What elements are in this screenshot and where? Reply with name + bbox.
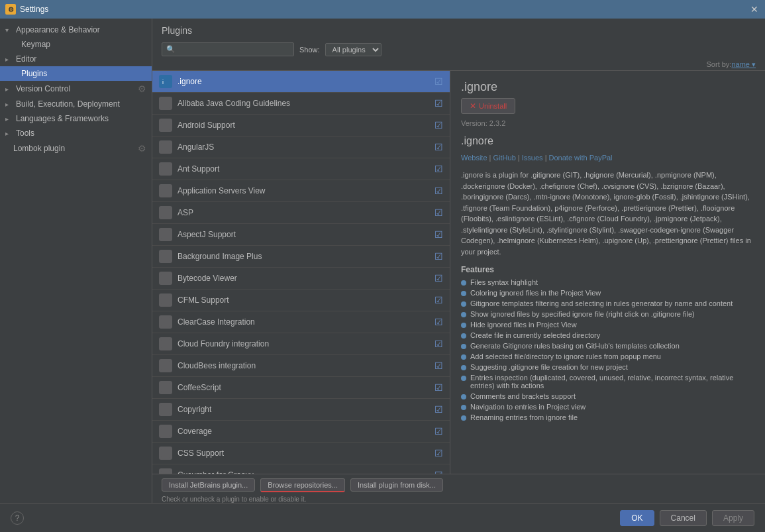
sidebar-item-build[interactable]: ▸ Build, Execution, Deployment bbox=[0, 97, 152, 111]
plugin-checkbox[interactable]: ☑ bbox=[434, 383, 443, 392]
plugin-item-ignore[interactable]: i .ignore ☑ bbox=[152, 71, 450, 93]
plugin-icon bbox=[159, 228, 172, 241]
plugin-item-copyright[interactable]: Copyright ☑ bbox=[152, 399, 450, 421]
plugin-list: i .ignore ☑ Alibaba Java Coding Guidelin… bbox=[152, 71, 450, 474]
ok-button[interactable]: OK bbox=[620, 510, 654, 526]
feature-item: Gitignore templates filtering and select… bbox=[461, 299, 754, 307]
plugin-item-alibaba[interactable]: Alibaba Java Coding Guidelines ☑ bbox=[152, 93, 450, 115]
plugin-checkbox[interactable]: ☑ bbox=[434, 230, 443, 239]
plugin-checkbox[interactable]: ☑ bbox=[434, 186, 443, 195]
feature-item: Create file in currently selected direct… bbox=[461, 331, 754, 339]
plugin-checkbox[interactable]: ☑ bbox=[434, 99, 443, 108]
svg-rect-9 bbox=[161, 252, 170, 261]
check-icon: ☑ bbox=[434, 448, 443, 458]
check-icon: ☑ bbox=[434, 120, 443, 131]
plugin-item-aspectj[interactable]: AspectJ Support ☑ bbox=[152, 224, 450, 246]
plugin-checkbox[interactable]: ☑ bbox=[434, 77, 443, 86]
footer-left: ? bbox=[11, 511, 24, 525]
browse-repos-button[interactable]: Browse repositories... bbox=[260, 478, 345, 492]
plugin-item-cucumber-groovy[interactable]: Cucumber for Groovy ☑ bbox=[152, 464, 450, 474]
features-title: Features bbox=[461, 265, 754, 274]
svg-rect-3 bbox=[161, 121, 170, 130]
sidebar-item-appearance[interactable]: ▾ Appearance & Behavior bbox=[0, 23, 152, 37]
github-link[interactable]: GitHub bbox=[493, 154, 516, 162]
plugin-icon bbox=[159, 184, 172, 197]
plugin-item-cfml[interactable]: CFML Support ☑ bbox=[152, 290, 450, 311]
donate-link[interactable]: Donate with PayPal bbox=[549, 154, 613, 162]
close-button[interactable]: ✕ bbox=[749, 4, 760, 15]
cancel-button[interactable]: Cancel bbox=[660, 510, 707, 526]
plugins-search-box[interactable]: 🔍 bbox=[162, 42, 294, 56]
svg-rect-14 bbox=[161, 361, 170, 370]
plugin-checkbox[interactable]: ☑ bbox=[434, 317, 443, 327]
svg-rect-5 bbox=[161, 164, 170, 174]
plugin-checkbox[interactable]: ☑ bbox=[434, 427, 443, 436]
check-icon: ☑ bbox=[434, 295, 443, 305]
feature-text: Comments and brackets support bbox=[470, 392, 576, 400]
sidebar-item-plugins[interactable]: Plugins bbox=[0, 66, 152, 81]
plugin-checkbox[interactable]: ☑ bbox=[434, 252, 443, 261]
plugin-icon bbox=[159, 272, 172, 285]
plugin-item-cloudbees[interactable]: CloudBees integration ☑ bbox=[152, 355, 450, 377]
svg-rect-18 bbox=[161, 449, 170, 458]
plugin-item-app-servers[interactable]: Application Servers View ☑ bbox=[152, 180, 450, 202]
sidebar-item-languages[interactable]: ▸ Languages & Frameworks bbox=[0, 111, 152, 126]
feature-text: Navigation to entries in Project view bbox=[470, 403, 586, 411]
plugin-checkbox[interactable]: ☑ bbox=[434, 164, 443, 174]
apply-button[interactable]: Apply bbox=[712, 510, 754, 526]
sort-name-link[interactable]: name ▾ bbox=[731, 60, 756, 69]
plugin-icon bbox=[159, 447, 172, 460]
feature-text: Renaming entries from ignore file bbox=[470, 413, 578, 421]
title-bar: ⚙ Settings ✕ bbox=[0, 0, 765, 19]
plugin-item-bytecode[interactable]: Bytecode Viewer ☑ bbox=[152, 268, 450, 290]
sidebar-item-version-control[interactable]: ▸ Version Control ⚙ bbox=[0, 81, 152, 97]
x-icon: ✕ bbox=[470, 101, 476, 111]
plugin-checkbox[interactable]: ☑ bbox=[434, 121, 443, 130]
help-button[interactable]: ? bbox=[11, 511, 24, 525]
content-area: Plugins 🔍 Show: All plugins Sort by: nam… bbox=[152, 19, 765, 503]
svg-rect-15 bbox=[161, 383, 170, 392]
plugin-item-cloud-foundry[interactable]: Cloud Foundry integration ☑ bbox=[152, 333, 450, 355]
plugin-item-android[interactable]: Android Support ☑ bbox=[152, 115, 450, 136]
plugin-item-ant[interactable]: Ant Support ☑ bbox=[152, 158, 450, 180]
plugin-checkbox[interactable]: ☑ bbox=[434, 361, 443, 370]
plugin-item-bg-image[interactable]: Background Image Plus ☑ bbox=[152, 246, 450, 268]
website-link[interactable]: Website bbox=[461, 154, 487, 162]
sidebar-item-lombok[interactable]: Lombok plugin ⚙ bbox=[0, 140, 152, 156]
feature-text: Add selected file/directory to ignore ru… bbox=[470, 352, 661, 360]
plugins-search-input[interactable] bbox=[178, 46, 289, 54]
plugin-checkbox[interactable]: ☑ bbox=[434, 339, 443, 348]
bullet-icon bbox=[461, 301, 466, 307]
bullet-icon bbox=[461, 365, 466, 370]
plugin-checkbox[interactable]: ☑ bbox=[434, 274, 443, 283]
bottom-note: Check or uncheck a plugin to enable or d… bbox=[152, 496, 765, 503]
plugin-checkbox[interactable]: ☑ bbox=[434, 295, 443, 305]
sidebar-item-keymap[interactable]: Keymap bbox=[0, 37, 152, 52]
sidebar-item-editor[interactable]: ▸ Editor bbox=[0, 52, 152, 66]
show-dropdown[interactable]: All plugins bbox=[325, 43, 382, 56]
svg-rect-10 bbox=[161, 274, 170, 283]
plugin-checkbox[interactable]: ☑ bbox=[434, 142, 443, 152]
plugins-toolbar: 🔍 Show: All plugins bbox=[152, 40, 765, 59]
install-disk-button[interactable]: Install plugin from disk... bbox=[350, 478, 443, 492]
feature-item: Add selected file/directory to ignore ru… bbox=[461, 352, 754, 360]
plugin-checkbox[interactable]: ☑ bbox=[434, 449, 443, 458]
plugin-checkbox[interactable]: ☑ bbox=[434, 405, 443, 414]
plugin-icon bbox=[159, 293, 172, 307]
feature-text: Suggesting .gitignore file creation for … bbox=[470, 363, 628, 371]
plugin-item-coffeescript[interactable]: CoffeeScript ☑ bbox=[152, 377, 450, 399]
check-icon: ☑ bbox=[434, 426, 443, 437]
plugin-item-asp[interactable]: ASP ☑ bbox=[152, 202, 450, 224]
check-icon: ☑ bbox=[434, 404, 443, 415]
uninstall-button[interactable]: ✕ Uninstall bbox=[461, 98, 515, 114]
bullet-icon bbox=[461, 312, 466, 317]
plugin-item-coverage[interactable]: Coverage ☑ bbox=[152, 421, 450, 443]
feature-text: Files syntax highlight bbox=[470, 278, 538, 286]
plugin-item-clearcase[interactable]: ClearCase Integration ☑ bbox=[152, 311, 450, 333]
sidebar-item-tools[interactable]: ▸ Tools bbox=[0, 126, 152, 140]
issues-link[interactable]: Issues bbox=[522, 154, 543, 162]
install-jetbrains-button[interactable]: Install JetBrains plugin... bbox=[162, 478, 255, 492]
plugin-item-css[interactable]: CSS Support ☑ bbox=[152, 443, 450, 464]
plugin-checkbox[interactable]: ☑ bbox=[434, 208, 443, 217]
plugin-item-angularjs[interactable]: AngularJS ☑ bbox=[152, 136, 450, 158]
